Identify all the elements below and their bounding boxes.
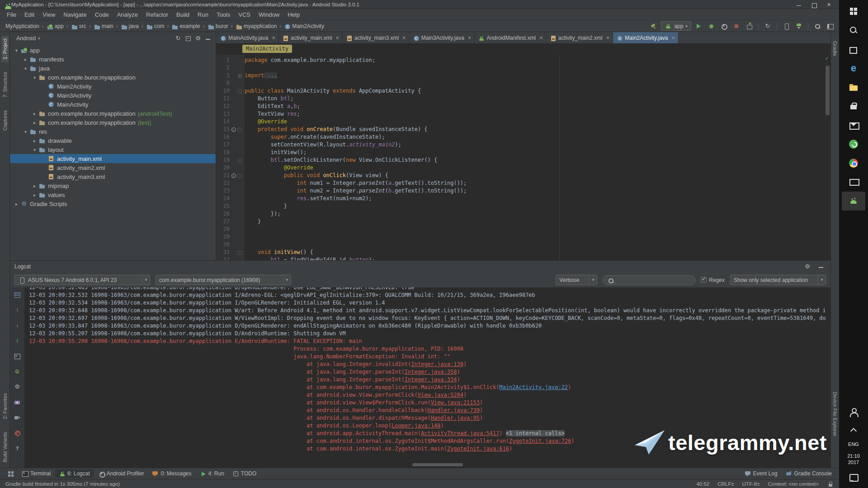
tree-item-gradle-scripts[interactable]: ▸Gradle Scripts (10, 199, 216, 208)
editor-breadcrumb-chip[interactable]: Main2Activity (242, 45, 292, 53)
tree-item-activity-main3-xml[interactable]: activity_main3.xml (10, 172, 216, 181)
close-tab-icon[interactable]: × (606, 35, 610, 41)
tool-stripe-7-structure[interactable]: 7: Structure (1, 69, 9, 100)
status-message[interactable]: Gradle build finished in 1s 305ms (7 min… (5, 481, 120, 487)
tree-item-main2activity[interactable]: Main2Activity (10, 82, 216, 91)
tree-item-java[interactable]: ▾java (10, 64, 216, 73)
menu-view[interactable]: View (38, 10, 59, 19)
hammer-button[interactable] (648, 21, 659, 31)
tree-item-layout[interactable]: ▾layout (10, 145, 216, 154)
editor-vertical-scrollbar[interactable] (826, 66, 830, 115)
tree-item-main3activity[interactable]: Main3Activity (10, 91, 216, 100)
search-button[interactable] (812, 21, 823, 31)
ban-button[interactable] (14, 429, 21, 438)
crumb-example[interactable]: example (170, 23, 202, 30)
stacktrace-link[interactable]: ZygoteInit.java:616 (447, 446, 509, 452)
profiler-button[interactable] (718, 21, 729, 31)
stacktrace-link[interactable]: ZygoteInit.java:726 (509, 438, 571, 444)
inspection-status-icon[interactable] (824, 56, 830, 62)
collapse-icon[interactable]: - (238, 251, 242, 255)
stacktrace-link[interactable]: Integer.java:334 (405, 376, 457, 383)
toolwindow-0-messages[interactable]: 0: Messages (148, 469, 195, 478)
context-widget[interactable]: Context: <no context> (768, 481, 819, 487)
chevron-right-icon[interactable]: ▸ (31, 192, 38, 197)
avd-button[interactable] (781, 21, 792, 31)
debug-button[interactable] (706, 21, 717, 31)
toolwindow-android-profiler[interactable]: Android Profiler (94, 469, 148, 478)
stacktrace-link[interactable]: Handler.java:95 (431, 415, 480, 421)
stacktrace-link[interactable]: Integer.java:358 (405, 369, 457, 375)
menu-file[interactable]: File (3, 10, 20, 19)
taskbar-taskview[interactable] (842, 40, 865, 59)
encoding-widget[interactable]: UTF-8± (742, 481, 760, 487)
tool-stripe-1-project[interactable]: 1: Project (1, 36, 9, 62)
chevron-down-icon[interactable]: ▾ (31, 147, 38, 152)
device-selector[interactable]: ASUS Nexus 7 Android 6.0.1, API 23 ▼ (14, 275, 150, 285)
tree-item-res[interactable]: ▾res (10, 127, 216, 136)
clock[interactable]: 21:10 2017 (847, 453, 860, 465)
stacktrace-link[interactable]: Looper.java:148 (392, 422, 440, 429)
tree-item-activity-main2-xml[interactable]: activity_main2.xml (10, 163, 216, 172)
action-center-button[interactable] (842, 471, 865, 484)
taskbar-mail[interactable] (842, 116, 865, 135)
tree-item-com-example-buror-myapplication-androidtest[interactable]: ▸com.example.buror.myapplication(android… (10, 109, 216, 118)
g-green-button[interactable] (14, 368, 21, 377)
taskbar-pc[interactable] (842, 173, 865, 192)
sync-button[interactable] (173, 34, 183, 43)
project-view-selector[interactable]: Android (16, 35, 36, 42)
layout-toggle-button[interactable] (825, 21, 835, 31)
line-separator-widget[interactable]: CRLF± (717, 481, 734, 487)
taskbar-androidstudio[interactable] (842, 192, 865, 211)
attach-button[interactable] (744, 21, 755, 31)
close-tab-icon[interactable]: × (402, 35, 406, 41)
log-level-selector[interactable]: Verbose ▼ (556, 275, 597, 285)
toolwindow-todo[interactable]: TODO (229, 469, 260, 478)
tab-main3activity-java[interactable]: Main3Activity.java× (410, 32, 475, 43)
taskbar-start[interactable] (842, 2, 865, 21)
regex-option[interactable]: Regex (701, 277, 725, 283)
process-selector[interactable]: com.example.buror.myapplication (16908) … (156, 275, 291, 285)
chevron-right-icon[interactable]: ▸ (31, 111, 38, 116)
console-button[interactable] (14, 352, 21, 361)
minimize-button[interactable] (816, 262, 826, 271)
caret-position-widget[interactable]: 40:52 (696, 481, 709, 487)
collapse-button[interactable] (183, 34, 193, 43)
collapse-icon[interactable]: - (238, 128, 242, 132)
tree-item-values[interactable]: ▸values (10, 190, 216, 199)
chevron-down-icon[interactable]: ▾ (22, 66, 29, 71)
hide-button[interactable] (203, 34, 213, 43)
menu-refactor[interactable]: Refactor (142, 10, 172, 19)
stacktrace-link[interactable]: View.java:21153 (431, 399, 480, 406)
chevron-right-icon[interactable]: ▸ (31, 183, 38, 188)
run-button[interactable] (693, 21, 704, 31)
menu-run[interactable]: Run (193, 10, 212, 19)
stacktrace-link[interactable]: Main2Activity.java:22 (499, 384, 568, 390)
toolwindow-gradle-console[interactable]: Gradle Console (782, 469, 835, 478)
stacktrace-link[interactable]: Handler.java:739 (427, 407, 480, 413)
chevron-down-icon[interactable]: ▾ (13, 48, 20, 53)
help-button[interactable] (14, 445, 21, 454)
logcat-console[interactable]: 12-03 20:09:32.465 16908-16963/com.examp… (10, 287, 830, 468)
tool-stripe-gradle[interactable]: Gradle (831, 38, 839, 59)
tool-stripe-2-favorites[interactable]: 2: Favorites (1, 390, 9, 422)
tree-item-com-example-buror-myapplication-test[interactable]: ▸com.example.buror.myapplication(test) (10, 118, 216, 127)
close-tab-icon[interactable]: × (272, 35, 275, 41)
regex-checkbox[interactable] (701, 277, 707, 283)
sync-button[interactable] (762, 21, 773, 31)
chevron-down-icon[interactable]: ▾ (31, 75, 38, 80)
arrow-up-button[interactable] (14, 306, 21, 315)
tree-item-mipmap[interactable]: ▸mipmap (10, 181, 216, 190)
stacktrace-link[interactable]: View.java:5204 (418, 392, 463, 398)
crumb-myapplication[interactable]: MyApplication (4, 23, 41, 30)
tray-expand[interactable] (842, 424, 865, 436)
logcat-search-input[interactable] (616, 277, 691, 284)
toolwindow-event-log[interactable]: Event Log (741, 469, 781, 478)
close-tab-icon[interactable]: × (468, 35, 472, 41)
taskbar-explorer[interactable] (842, 78, 865, 97)
run-config-selector[interactable]: app▾ (661, 21, 691, 31)
menu-navigate[interactable]: Navigate (59, 10, 90, 19)
close-tab-icon[interactable]: × (539, 35, 543, 41)
collapse-icon[interactable]: - (238, 159, 242, 163)
taskbar-people[interactable] (842, 405, 865, 418)
video-button[interactable] (14, 414, 21, 423)
